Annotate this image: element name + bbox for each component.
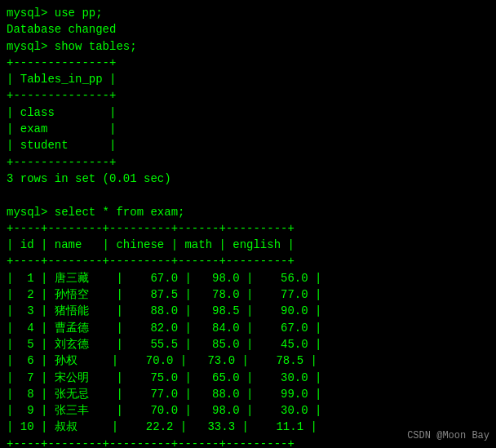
tables-mid-border: +--------------+	[7, 87, 489, 104]
exam-mid-border: +----+--------+---------+------+--------…	[7, 253, 489, 269]
rows-in-set: 3 rows in set (0.01 sec)	[7, 171, 489, 187]
table-row: | 3 | 猪悟能 | 88.0 | 98.5 | 90.0 |	[7, 303, 489, 319]
exam-header: | id | name | chinese | math | english |	[7, 237, 489, 253]
tables-label: | Tables_in_pp |	[7, 71, 489, 87]
line-use-pp: mysql> use pp;	[7, 5, 489, 21]
table-row: | 7 | 宋公明 | 75.0 | 65.0 | 30.0 |	[7, 370, 489, 386]
table-row: | 8 | 张无忌 | 77.0 | 88.0 | 99.0 |	[7, 386, 489, 402]
line-show-tables: mysql> show tables;	[7, 38, 489, 55]
table-row: | 6 | 孙权 | 70.0 | 73.0 | 78.5 |	[7, 353, 489, 369]
tables-row-student: | student |	[7, 137, 489, 153]
table-row: | 1 | 唐三藏 | 67.0 | 98.0 | 56.0 |	[7, 270, 489, 286]
table-row: | 4 | 曹孟德 | 82.0 | 84.0 | 67.0 |	[7, 320, 489, 336]
exam-top-border: +----+--------+---------+------+--------…	[7, 220, 489, 237]
terminal: mysql> use pp; Database changed mysql> s…	[0, 0, 496, 448]
table-row: | 5 | 刘玄德 | 55.5 | 85.0 | 45.0 |	[7, 336, 489, 353]
tables-row-exam: | exam |	[7, 121, 489, 137]
select-query: mysql> select * from exam;	[7, 204, 489, 220]
exam-rows: | 1 | 唐三藏 | 67.0 | 98.0 | 56.0 || 2 | 孙悟…	[7, 270, 489, 436]
line-db-changed: Database changed	[7, 21, 489, 38]
tables-row-class: | class |	[7, 104, 489, 121]
tables-bot-border: +--------------+	[7, 154, 489, 171]
tables-top-border: +--------------+	[7, 55, 489, 71]
table-row: | 2 | 孙悟空 | 87.5 | 78.0 | 77.0 |	[7, 286, 489, 303]
line-empty	[7, 187, 489, 203]
table-row: | 9 | 张三丰 | 70.0 | 98.0 | 30.0 |	[7, 402, 489, 419]
watermark: CSDN @Moon Bay	[407, 430, 489, 441]
